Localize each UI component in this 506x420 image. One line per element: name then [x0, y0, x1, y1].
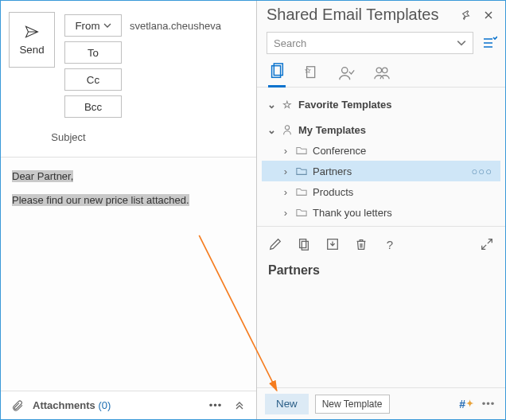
- group-my-templates[interactable]: ⌄ My Templates: [262, 119, 500, 140]
- group-favorites[interactable]: ⌄ ☆ Favorite Templates: [262, 94, 500, 115]
- svg-point-5: [382, 68, 387, 72]
- chevron-right-icon: ›: [281, 165, 290, 177]
- chevron-down-icon: ⌄: [267, 124, 276, 136]
- from-button[interactable]: From: [64, 14, 122, 37]
- send-label: Send: [19, 44, 44, 56]
- search-input[interactable]: Search: [267, 32, 473, 54]
- svg-point-6: [285, 126, 289, 130]
- chevron-down-icon: [457, 38, 466, 48]
- star-icon: ☆: [281, 98, 294, 111]
- help-icon[interactable]: ?: [381, 235, 399, 253]
- preview-title: Partners: [267, 255, 496, 278]
- folder-icon: [295, 144, 308, 157]
- tabstrip: [257, 60, 505, 88]
- expand-icon[interactable]: [478, 235, 496, 253]
- tab-teams[interactable]: [373, 64, 391, 87]
- templates-pane: Shared Email Templates Search: [257, 1, 505, 419]
- folder-icon: [295, 185, 308, 198]
- body-line: Dear Partner,: [12, 170, 73, 182]
- from-value: svetlana.cheusheva: [122, 20, 248, 32]
- chevron-right-icon: ›: [281, 186, 290, 198]
- chevron-right-icon: ›: [281, 145, 290, 157]
- new-tooltip: New Template: [315, 395, 390, 414]
- svg-point-3: [342, 68, 348, 73]
- bcc-button[interactable]: Bcc: [64, 95, 122, 118]
- folder-partners[interactable]: › Partners ○○○: [262, 161, 500, 181]
- attachments-label[interactable]: Attachments (0): [33, 399, 111, 411]
- body-line: Please find our new price list attached.: [12, 194, 189, 206]
- pin-icon[interactable]: [457, 6, 475, 24]
- bcc-label: Bcc: [84, 101, 102, 113]
- folder-thankyou[interactable]: › Thank you letters: [262, 202, 500, 223]
- tab-users[interactable]: [338, 64, 356, 87]
- folder-icon: [295, 165, 308, 177]
- folder-icon: [295, 206, 308, 219]
- more-icon[interactable]: •••: [480, 395, 497, 413]
- delete-icon[interactable]: [352, 235, 370, 253]
- new-button[interactable]: New: [265, 394, 309, 414]
- tab-favorites[interactable]: [303, 64, 321, 87]
- compose-pane: Send From svetlana.cheusheva To: [1, 1, 257, 419]
- more-dots-icon[interactable]: •••: [207, 397, 224, 414]
- svg-rect-8: [302, 241, 308, 250]
- folder-more-icon[interactable]: ○○○: [471, 165, 496, 177]
- edit-icon[interactable]: [267, 235, 284, 253]
- cc-button[interactable]: Cc: [64, 68, 122, 91]
- message-body[interactable]: Dear Partner, Please find our new price …: [1, 158, 256, 391]
- view-options-icon[interactable]: [481, 35, 497, 51]
- send-icon: [23, 25, 41, 39]
- templates-tree: ⌄ ☆ Favorite Templates ⌄ My Templates › …: [257, 88, 505, 226]
- search-placeholder: Search: [274, 37, 457, 49]
- subject-label: Subject: [9, 131, 128, 143]
- templates-footer: New New Template #✦ •••: [257, 387, 505, 419]
- send-button[interactable]: Send: [9, 12, 55, 68]
- compose-footer: Attachments (0) •••: [1, 391, 256, 419]
- folder-conference[interactable]: › Conference: [262, 140, 500, 161]
- tab-all[interactable]: [268, 63, 286, 88]
- to-label: To: [88, 47, 99, 59]
- from-label: From: [75, 20, 99, 32]
- cc-label: Cc: [87, 74, 99, 86]
- collapse-icon[interactable]: [231, 397, 248, 414]
- paperclip-icon: [9, 397, 26, 414]
- panel-title: Shared Email Templates: [267, 6, 457, 24]
- svg-point-4: [376, 68, 381, 72]
- svg-rect-7: [300, 239, 306, 248]
- folder-products[interactable]: › Products: [262, 181, 500, 202]
- chevron-down-icon: ⌄: [267, 99, 276, 111]
- import-icon[interactable]: [324, 235, 341, 253]
- copy-icon[interactable]: [295, 235, 313, 253]
- macros-icon[interactable]: #✦: [459, 398, 473, 410]
- close-icon[interactable]: [480, 6, 497, 24]
- preview-pane: ? Partners: [257, 226, 505, 387]
- person-icon: [281, 123, 294, 136]
- chevron-right-icon: ›: [281, 207, 290, 219]
- chevron-down-icon: [103, 21, 111, 29]
- to-button[interactable]: To: [64, 41, 122, 64]
